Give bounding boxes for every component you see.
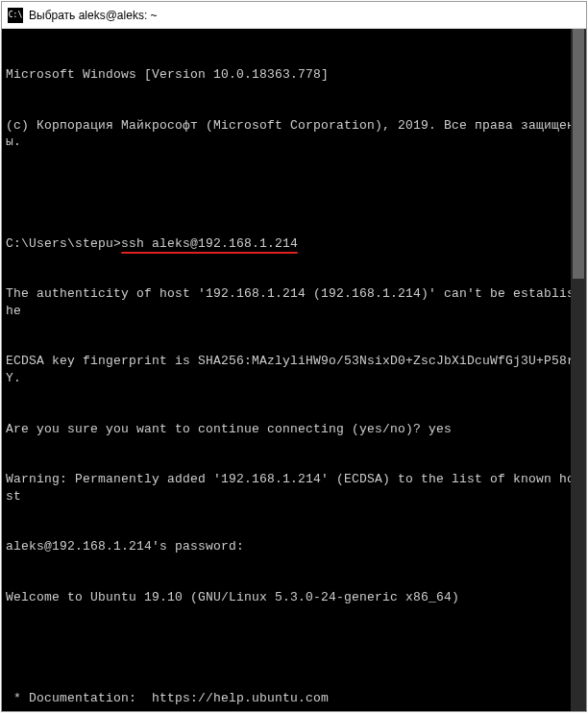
win-prompt: C:\Users\stepu>: [6, 236, 121, 251]
cmd-icon: C:\: [8, 8, 23, 23]
window-title: Выбрать aleks@aleks: ~: [29, 9, 158, 22]
line: Warning: Permanently added '192.168.1.21…: [6, 471, 580, 505]
ssh-command: ssh aleks@192.168.1.214: [121, 236, 298, 251]
titlebar[interactable]: C:\ Выбрать aleks@aleks: ~: [2, 2, 586, 29]
line: * Documentation: https://help.ubuntu.com: [6, 690, 580, 707]
line: Are you sure you want to continue connec…: [6, 421, 580, 438]
line: [6, 185, 580, 202]
line: aleks@192.168.1.214's password:: [6, 538, 580, 555]
line: C:\Users\stepu>ssh aleks@192.168.1.214: [6, 235, 580, 253]
line: (c) Корпорация Майкрософт (Microsoft Cor…: [6, 117, 580, 151]
line: ECDSA key fingerprint is SHA256:MAzlyliH…: [6, 353, 580, 386]
annotation-underline: [121, 252, 298, 254]
line: The authenticity of host '192.168.1.214 …: [6, 285, 580, 319]
line: Microsoft Windows [Version 10.0.18363.77…: [6, 66, 580, 84]
scrollbar[interactable]: [571, 29, 586, 711]
scrollbar-thumb[interactable]: [573, 29, 584, 279]
terminal-window: C:\ Выбрать aleks@aleks: ~ Microsoft Win…: [1, 1, 587, 712]
line: [6, 640, 580, 657]
line: Welcome to Ubuntu 19.10 (GNU/Linux 5.3.0…: [6, 589, 580, 606]
terminal-viewport[interactable]: Microsoft Windows [Version 10.0.18363.77…: [2, 29, 586, 711]
